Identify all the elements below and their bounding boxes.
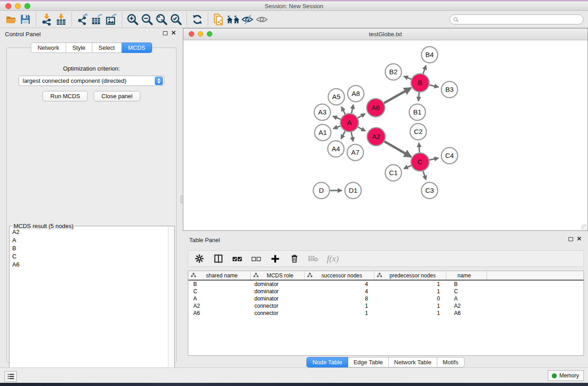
table-cell[interactable]: A2	[446, 303, 487, 309]
window-resize-grip[interactable]	[581, 224, 587, 230]
node-A4[interactable]: A4	[328, 141, 344, 157]
table-cell[interactable]: B	[188, 281, 251, 287]
table-cell[interactable]: dominator	[251, 295, 305, 302]
node-C4[interactable]: C4	[441, 148, 458, 164]
node-A1[interactable]: A1	[315, 124, 331, 141]
select-all-icon[interactable]	[232, 253, 243, 264]
result-item[interactable]: B	[10, 244, 167, 252]
table-cell[interactable]: A2	[188, 303, 251, 309]
zoom-fit-icon[interactable]	[154, 12, 169, 27]
node-A2[interactable]: A2	[367, 128, 385, 146]
result-item[interactable]: A6	[10, 260, 167, 268]
import-table-icon[interactable]	[54, 12, 68, 27]
table-cell[interactable]: 0	[374, 295, 446, 302]
node-B[interactable]: B	[411, 74, 429, 92]
zoom-out-icon[interactable]	[140, 12, 154, 27]
column-header-predecessor-nodes[interactable]: predecessor nodes	[374, 271, 446, 280]
table-cell[interactable]: 4	[305, 288, 374, 295]
node-A6[interactable]: A6	[367, 99, 385, 117]
edge-A2-C[interactable]	[384, 141, 411, 157]
table-cell[interactable]: 1	[374, 288, 446, 295]
column-header-MCDS-role[interactable]: MCDS role	[251, 271, 305, 280]
node-B2[interactable]: B2	[385, 64, 402, 80]
float-panel-icon[interactable]	[163, 31, 167, 35]
node-A3[interactable]: A3	[314, 104, 330, 120]
import-network-icon[interactable]	[39, 12, 54, 27]
edge-A6-B[interactable]	[384, 88, 411, 103]
run-mcds-button[interactable]: Run MCDS	[43, 91, 88, 101]
table-cell[interactable]: connector	[251, 310, 305, 316]
edge-A-A1[interactable]	[333, 126, 340, 129]
node-C3[interactable]: C3	[421, 182, 438, 199]
node-C1[interactable]: C1	[385, 165, 402, 181]
tab-style[interactable]: Style	[66, 43, 92, 53]
float-table-panel-icon[interactable]	[569, 237, 573, 241]
export-image-icon[interactable]	[104, 12, 119, 27]
tab-mcds[interactable]: MCDS	[122, 43, 152, 53]
table-cell[interactable]: 1	[305, 303, 374, 309]
show-view-icon[interactable]	[255, 12, 269, 27]
table-cell[interactable]: A6	[188, 310, 251, 316]
edge-A-A8[interactable]	[351, 105, 353, 113]
column-header-successor-nodes[interactable]: successor nodes	[305, 271, 374, 280]
show-columns-icon[interactable]	[213, 253, 224, 264]
table-settings-icon[interactable]	[194, 253, 205, 264]
node-D1[interactable]: D1	[345, 182, 361, 199]
edge-B-B1[interactable]	[418, 92, 419, 101]
network-canvas[interactable]: B4B2BB3A5A8A6A3B1AA1C2A2A4A7CC4C1C3DD1	[183, 40, 588, 230]
hide-panels-icon[interactable]	[240, 12, 255, 27]
delete-column-icon[interactable]	[289, 253, 300, 264]
deselect-all-icon[interactable]	[251, 253, 262, 264]
table-cell[interactable]: 8	[305, 295, 374, 302]
table-cell[interactable]: dominator	[251, 288, 305, 295]
close-table-panel-icon[interactable]: ✕	[577, 237, 582, 241]
refresh-view-icon[interactable]	[190, 12, 205, 27]
new-network-from-selection-icon[interactable]	[211, 12, 226, 27]
table-cell[interactable]: 1	[374, 281, 446, 287]
edge-A-A6[interactable]	[358, 114, 365, 118]
tab-node-table[interactable]: Node Table	[306, 357, 348, 367]
table-row[interactable]: Cdominator41C	[188, 288, 583, 295]
edge-B-B2[interactable]	[404, 76, 411, 79]
tab-select[interactable]: Select	[92, 43, 122, 53]
result-scrollbar[interactable]	[168, 226, 174, 379]
table-row[interactable]: Adominator80A	[188, 295, 583, 302]
node-A5[interactable]: A5	[328, 89, 344, 105]
search-input[interactable]	[461, 15, 583, 24]
tab-network-table[interactable]: Network Table	[389, 357, 437, 367]
node-B1[interactable]: B1	[409, 104, 425, 120]
edge-C-C1[interactable]	[404, 166, 411, 169]
delete-table-icon[interactable]	[308, 253, 319, 264]
table-cell[interactable]: 4	[305, 281, 374, 287]
edge-C-C2[interactable]	[419, 143, 419, 152]
table-cell[interactable]: 1	[374, 303, 446, 309]
table-row[interactable]: Bdominator41B	[188, 281, 583, 288]
zoom-selected-icon[interactable]	[169, 12, 183, 27]
table-cell[interactable]: B	[446, 281, 487, 287]
result-item[interactable]: A2	[10, 228, 167, 236]
table-cell[interactable]: 1	[305, 310, 374, 316]
table-cell[interactable]: A	[188, 295, 251, 302]
tab-network[interactable]: Network	[31, 43, 66, 53]
table-cell[interactable]: C	[446, 288, 487, 295]
table-cell[interactable]: 1	[374, 310, 446, 316]
task-history-button[interactable]	[5, 371, 17, 382]
node-A8[interactable]: A8	[348, 86, 364, 102]
optimization-criterion-dropdown[interactable]: largest connected component (directed)	[19, 76, 164, 86]
zoom-in-icon[interactable]	[125, 12, 140, 27]
tab-edge-table[interactable]: Edge Table	[348, 357, 389, 367]
edge-B-B4[interactable]	[423, 66, 426, 74]
edge-B-B3[interactable]	[429, 85, 438, 87]
node-A[interactable]: A	[340, 114, 359, 132]
edge-C-C3[interactable]	[423, 171, 426, 180]
close-panel-button[interactable]: Close panel	[94, 91, 140, 101]
table-cell[interactable]: A	[446, 295, 487, 302]
table-cell[interactable]: C	[188, 288, 251, 295]
table-row[interactable]: A6connector11A6	[188, 310, 583, 317]
add-column-icon[interactable]	[270, 253, 281, 264]
close-panel-icon[interactable]: ✕	[171, 31, 176, 35]
tab-motifs[interactable]: Motifs	[437, 357, 464, 367]
export-network-icon[interactable]	[75, 12, 90, 27]
node-C2[interactable]: C2	[410, 124, 426, 140]
edge-A-A7[interactable]	[351, 132, 353, 142]
